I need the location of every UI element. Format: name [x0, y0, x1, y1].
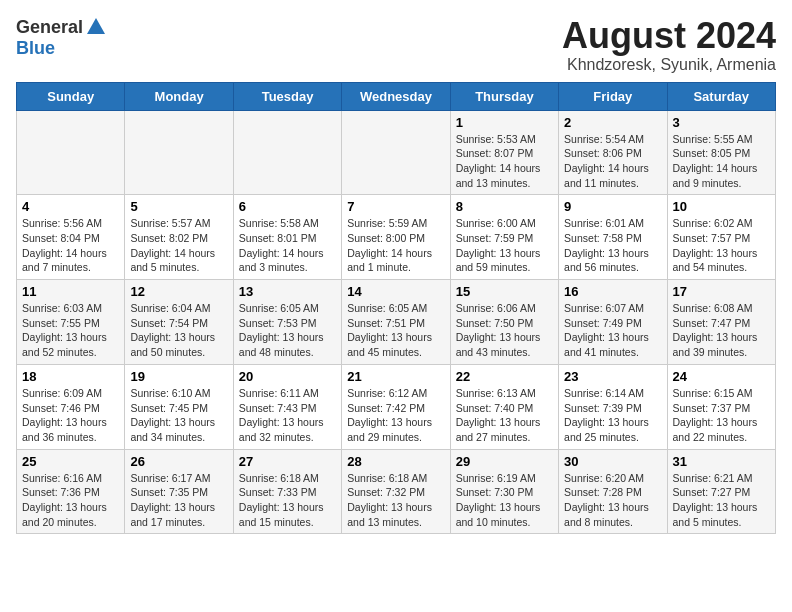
calendar-cell: 19Sunrise: 6:10 AMSunset: 7:45 PMDayligh…	[125, 364, 233, 449]
day-info: Sunrise: 5:53 AMSunset: 8:07 PMDaylight:…	[456, 132, 553, 191]
day-number: 8	[456, 199, 553, 214]
day-number: 11	[22, 284, 119, 299]
page-header: General Blue August 2024 Khndzoresk, Syu…	[16, 16, 776, 74]
calendar-week-row: 18Sunrise: 6:09 AMSunset: 7:46 PMDayligh…	[17, 364, 776, 449]
title-area: August 2024 Khndzoresk, Syunik, Armenia	[562, 16, 776, 74]
calendar-week-row: 11Sunrise: 6:03 AMSunset: 7:55 PMDayligh…	[17, 280, 776, 365]
day-number: 20	[239, 369, 336, 384]
day-number: 1	[456, 115, 553, 130]
day-info: Sunrise: 6:01 AMSunset: 7:58 PMDaylight:…	[564, 216, 661, 275]
day-info: Sunrise: 6:04 AMSunset: 7:54 PMDaylight:…	[130, 301, 227, 360]
calendar-cell: 5Sunrise: 5:57 AMSunset: 8:02 PMDaylight…	[125, 195, 233, 280]
day-number: 7	[347, 199, 444, 214]
calendar-cell: 11Sunrise: 6:03 AMSunset: 7:55 PMDayligh…	[17, 280, 125, 365]
calendar-cell: 30Sunrise: 6:20 AMSunset: 7:28 PMDayligh…	[559, 449, 667, 534]
calendar-cell: 4Sunrise: 5:56 AMSunset: 8:04 PMDaylight…	[17, 195, 125, 280]
day-info: Sunrise: 6:09 AMSunset: 7:46 PMDaylight:…	[22, 386, 119, 445]
calendar-cell: 10Sunrise: 6:02 AMSunset: 7:57 PMDayligh…	[667, 195, 775, 280]
day-info: Sunrise: 6:13 AMSunset: 7:40 PMDaylight:…	[456, 386, 553, 445]
calendar-cell: 20Sunrise: 6:11 AMSunset: 7:43 PMDayligh…	[233, 364, 341, 449]
day-number: 9	[564, 199, 661, 214]
calendar-cell: 12Sunrise: 6:04 AMSunset: 7:54 PMDayligh…	[125, 280, 233, 365]
day-info: Sunrise: 5:58 AMSunset: 8:01 PMDaylight:…	[239, 216, 336, 275]
day-number: 16	[564, 284, 661, 299]
day-number: 23	[564, 369, 661, 384]
calendar-cell: 1Sunrise: 5:53 AMSunset: 8:07 PMDaylight…	[450, 110, 558, 195]
day-number: 4	[22, 199, 119, 214]
day-info: Sunrise: 6:02 AMSunset: 7:57 PMDaylight:…	[673, 216, 770, 275]
day-info: Sunrise: 6:06 AMSunset: 7:50 PMDaylight:…	[456, 301, 553, 360]
day-number: 28	[347, 454, 444, 469]
day-number: 10	[673, 199, 770, 214]
day-header-friday: Friday	[559, 82, 667, 110]
day-number: 18	[22, 369, 119, 384]
logo-icon	[85, 16, 107, 38]
day-info: Sunrise: 6:03 AMSunset: 7:55 PMDaylight:…	[22, 301, 119, 360]
logo-text: General Blue	[16, 16, 109, 59]
calendar-cell: 27Sunrise: 6:18 AMSunset: 7:33 PMDayligh…	[233, 449, 341, 534]
day-number: 29	[456, 454, 553, 469]
calendar-cell: 13Sunrise: 6:05 AMSunset: 7:53 PMDayligh…	[233, 280, 341, 365]
calendar-cell: 14Sunrise: 6:05 AMSunset: 7:51 PMDayligh…	[342, 280, 450, 365]
calendar-cell	[342, 110, 450, 195]
calendar-cell: 28Sunrise: 6:18 AMSunset: 7:32 PMDayligh…	[342, 449, 450, 534]
day-info: Sunrise: 6:16 AMSunset: 7:36 PMDaylight:…	[22, 471, 119, 530]
day-number: 31	[673, 454, 770, 469]
day-number: 26	[130, 454, 227, 469]
day-number: 2	[564, 115, 661, 130]
day-header-tuesday: Tuesday	[233, 82, 341, 110]
day-info: Sunrise: 6:12 AMSunset: 7:42 PMDaylight:…	[347, 386, 444, 445]
day-number: 19	[130, 369, 227, 384]
calendar-cell: 18Sunrise: 6:09 AMSunset: 7:46 PMDayligh…	[17, 364, 125, 449]
day-info: Sunrise: 6:00 AMSunset: 7:59 PMDaylight:…	[456, 216, 553, 275]
day-number: 15	[456, 284, 553, 299]
calendar-cell	[233, 110, 341, 195]
calendar-cell: 16Sunrise: 6:07 AMSunset: 7:49 PMDayligh…	[559, 280, 667, 365]
calendar-header-row: SundayMondayTuesdayWednesdayThursdayFrid…	[17, 82, 776, 110]
day-info: Sunrise: 6:05 AMSunset: 7:53 PMDaylight:…	[239, 301, 336, 360]
day-header-thursday: Thursday	[450, 82, 558, 110]
day-number: 17	[673, 284, 770, 299]
day-number: 22	[456, 369, 553, 384]
day-info: Sunrise: 5:59 AMSunset: 8:00 PMDaylight:…	[347, 216, 444, 275]
calendar-cell: 21Sunrise: 6:12 AMSunset: 7:42 PMDayligh…	[342, 364, 450, 449]
calendar-cell	[17, 110, 125, 195]
day-number: 12	[130, 284, 227, 299]
calendar-week-row: 25Sunrise: 6:16 AMSunset: 7:36 PMDayligh…	[17, 449, 776, 534]
calendar-cell: 7Sunrise: 5:59 AMSunset: 8:00 PMDaylight…	[342, 195, 450, 280]
calendar-cell	[125, 110, 233, 195]
calendar-cell: 22Sunrise: 6:13 AMSunset: 7:40 PMDayligh…	[450, 364, 558, 449]
svg-marker-0	[87, 18, 105, 34]
calendar-week-row: 4Sunrise: 5:56 AMSunset: 8:04 PMDaylight…	[17, 195, 776, 280]
sub-title: Khndzoresk, Syunik, Armenia	[562, 56, 776, 74]
calendar-cell: 2Sunrise: 5:54 AMSunset: 8:06 PMDaylight…	[559, 110, 667, 195]
day-info: Sunrise: 6:14 AMSunset: 7:39 PMDaylight:…	[564, 386, 661, 445]
day-header-monday: Monday	[125, 82, 233, 110]
day-info: Sunrise: 6:08 AMSunset: 7:47 PMDaylight:…	[673, 301, 770, 360]
calendar-cell: 6Sunrise: 5:58 AMSunset: 8:01 PMDaylight…	[233, 195, 341, 280]
day-info: Sunrise: 6:18 AMSunset: 7:32 PMDaylight:…	[347, 471, 444, 530]
day-number: 30	[564, 454, 661, 469]
day-info: Sunrise: 6:11 AMSunset: 7:43 PMDaylight:…	[239, 386, 336, 445]
day-header-saturday: Saturday	[667, 82, 775, 110]
day-info: Sunrise: 6:20 AMSunset: 7:28 PMDaylight:…	[564, 471, 661, 530]
calendar-cell: 3Sunrise: 5:55 AMSunset: 8:05 PMDaylight…	[667, 110, 775, 195]
day-info: Sunrise: 5:56 AMSunset: 8:04 PMDaylight:…	[22, 216, 119, 275]
day-number: 21	[347, 369, 444, 384]
day-info: Sunrise: 6:19 AMSunset: 7:30 PMDaylight:…	[456, 471, 553, 530]
logo: General Blue	[16, 16, 109, 59]
main-title: August 2024	[562, 16, 776, 56]
day-info: Sunrise: 6:17 AMSunset: 7:35 PMDaylight:…	[130, 471, 227, 530]
day-info: Sunrise: 6:10 AMSunset: 7:45 PMDaylight:…	[130, 386, 227, 445]
calendar-cell: 9Sunrise: 6:01 AMSunset: 7:58 PMDaylight…	[559, 195, 667, 280]
day-info: Sunrise: 5:57 AMSunset: 8:02 PMDaylight:…	[130, 216, 227, 275]
day-number: 14	[347, 284, 444, 299]
day-info: Sunrise: 5:55 AMSunset: 8:05 PMDaylight:…	[673, 132, 770, 191]
calendar-week-row: 1Sunrise: 5:53 AMSunset: 8:07 PMDaylight…	[17, 110, 776, 195]
day-number: 6	[239, 199, 336, 214]
calendar-table: SundayMondayTuesdayWednesdayThursdayFrid…	[16, 82, 776, 535]
calendar-cell: 25Sunrise: 6:16 AMSunset: 7:36 PMDayligh…	[17, 449, 125, 534]
day-number: 3	[673, 115, 770, 130]
day-number: 5	[130, 199, 227, 214]
day-info: Sunrise: 6:18 AMSunset: 7:33 PMDaylight:…	[239, 471, 336, 530]
